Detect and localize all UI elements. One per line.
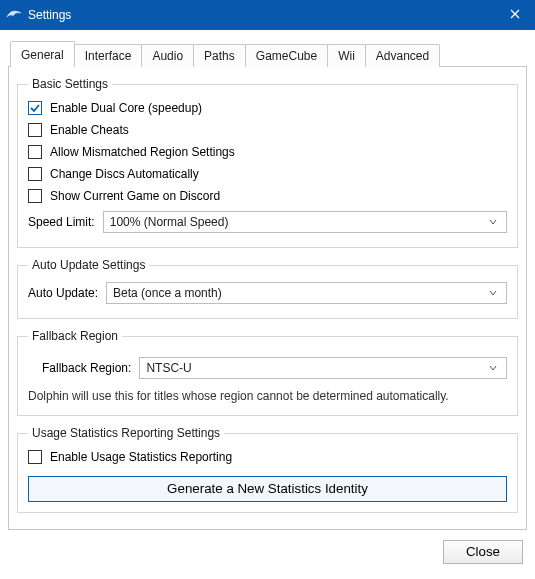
chevron-down-icon bbox=[486, 286, 500, 300]
checkbox-label: Enable Usage Statistics Reporting bbox=[50, 450, 232, 464]
chevron-down-icon bbox=[486, 361, 500, 375]
checkbox-allow-mismatched-region[interactable] bbox=[28, 145, 42, 159]
tab-panel-general: Basic Settings Enable Dual Core (speedup… bbox=[8, 66, 527, 530]
tab-label: Paths bbox=[204, 49, 235, 63]
checkbox-label: Show Current Game on Discord bbox=[50, 189, 220, 203]
checkbox-change-discs-auto[interactable] bbox=[28, 167, 42, 181]
window-close-button[interactable] bbox=[495, 0, 535, 30]
tab-label: Interface bbox=[85, 49, 132, 63]
group-legend: Auto Update Settings bbox=[28, 258, 149, 272]
checkbox-enable-cheats[interactable] bbox=[28, 123, 42, 137]
tab-general[interactable]: General bbox=[10, 41, 75, 67]
checkbox-enable-dual-core[interactable] bbox=[28, 101, 42, 115]
group-legend: Usage Statistics Reporting Settings bbox=[28, 426, 224, 440]
tab-interface[interactable]: Interface bbox=[74, 44, 143, 67]
chevron-down-icon bbox=[486, 215, 500, 229]
speed-limit-label: Speed Limit: bbox=[28, 215, 95, 229]
dialog-footer: Close bbox=[0, 530, 535, 576]
window-title: Settings bbox=[28, 8, 495, 22]
checkbox-label: Change Discs Automatically bbox=[50, 167, 199, 181]
group-basic-settings: Basic Settings Enable Dual Core (speedup… bbox=[17, 77, 518, 248]
tab-audio[interactable]: Audio bbox=[141, 44, 194, 67]
select-value: 100% (Normal Speed) bbox=[110, 215, 486, 229]
tab-advanced[interactable]: Advanced bbox=[365, 44, 440, 67]
checkbox-label: Enable Dual Core (speedup) bbox=[50, 101, 202, 115]
fallback-region-label: Fallback Region: bbox=[28, 361, 131, 375]
fallback-region-hint: Dolphin will use this for titles whose r… bbox=[28, 383, 507, 405]
auto-update-select[interactable]: Beta (once a month) bbox=[106, 282, 507, 304]
group-usage-stats: Usage Statistics Reporting Settings Enab… bbox=[17, 426, 518, 513]
tab-label: Audio bbox=[152, 49, 183, 63]
checkbox-label: Allow Mismatched Region Settings bbox=[50, 145, 235, 159]
checkbox-show-game-discord[interactable] bbox=[28, 189, 42, 203]
tab-bar: General Interface Audio Paths GameCube W… bbox=[10, 40, 527, 66]
tab-wii[interactable]: Wii bbox=[327, 44, 366, 67]
tab-label: General bbox=[21, 48, 64, 62]
titlebar: Settings bbox=[0, 0, 535, 30]
speed-limit-select[interactable]: 100% (Normal Speed) bbox=[103, 211, 507, 233]
group-legend: Fallback Region bbox=[28, 329, 122, 343]
select-value: Beta (once a month) bbox=[113, 286, 486, 300]
button-label: Close bbox=[466, 544, 500, 559]
tab-label: Advanced bbox=[376, 49, 429, 63]
tab-label: Wii bbox=[338, 49, 355, 63]
group-fallback-region: Fallback Region Fallback Region: NTSC-U … bbox=[17, 329, 518, 416]
auto-update-label: Auto Update: bbox=[28, 286, 98, 300]
group-legend: Basic Settings bbox=[28, 77, 112, 91]
tab-paths[interactable]: Paths bbox=[193, 44, 246, 67]
checkbox-label: Enable Cheats bbox=[50, 123, 129, 137]
close-button[interactable]: Close bbox=[443, 540, 523, 564]
close-icon bbox=[510, 8, 520, 22]
dolphin-icon bbox=[6, 7, 22, 23]
check-icon bbox=[29, 102, 41, 114]
fallback-region-select[interactable]: NTSC-U bbox=[139, 357, 507, 379]
select-value: NTSC-U bbox=[146, 361, 486, 375]
group-auto-update: Auto Update Settings Auto Update: Beta (… bbox=[17, 258, 518, 319]
tab-gamecube[interactable]: GameCube bbox=[245, 44, 328, 67]
generate-stats-identity-button[interactable]: Generate a New Statistics Identity bbox=[28, 476, 507, 502]
checkbox-enable-usage-stats[interactable] bbox=[28, 450, 42, 464]
button-label: Generate a New Statistics Identity bbox=[167, 481, 368, 496]
tab-label: GameCube bbox=[256, 49, 317, 63]
